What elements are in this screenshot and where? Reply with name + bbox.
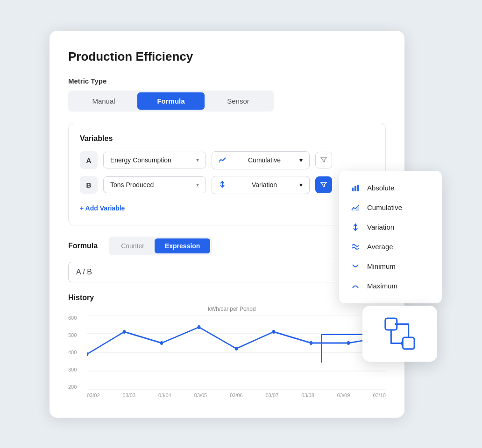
svg-point-12 bbox=[272, 330, 276, 334]
y-label-400: 400 bbox=[68, 350, 77, 355]
dropdown-item-minimum[interactable]: Minimum bbox=[339, 257, 442, 276]
formula-header: Formula Counter Expression bbox=[68, 237, 386, 255]
svg-point-9 bbox=[160, 341, 163, 345]
cumulative-icon bbox=[219, 156, 226, 165]
dropdown-label-cumulative: Cumulative bbox=[367, 203, 402, 211]
svg-rect-18 bbox=[357, 185, 359, 191]
var-source-select-b[interactable]: Tons Produced ▾ bbox=[103, 176, 206, 193]
var-metric-select-a[interactable]: Cumulative ▾ bbox=[212, 151, 310, 169]
var-metric-select-b[interactable]: Variation ▾ bbox=[212, 176, 310, 194]
dropdown-item-absolute[interactable]: Absolute bbox=[339, 178, 442, 198]
chevron-down-icon: ▾ bbox=[299, 156, 303, 164]
dropdown-item-average[interactable]: Average bbox=[339, 237, 442, 257]
dropdown-item-variation[interactable]: Variation bbox=[339, 217, 442, 237]
var-badge-a: A bbox=[80, 151, 98, 169]
x-label-0306: 03/06 bbox=[230, 392, 243, 398]
svg-point-13 bbox=[310, 341, 313, 345]
filter-btn-b[interactable] bbox=[315, 176, 332, 193]
x-label-0310: 03/10 bbox=[373, 392, 386, 398]
svg-rect-17 bbox=[354, 186, 356, 191]
dropdown-item-cumulative[interactable]: Cumulative bbox=[339, 198, 442, 217]
y-axis-labels: 600 500 400 300 200 bbox=[68, 315, 77, 390]
maximum-icon bbox=[350, 282, 361, 290]
tab-manual[interactable]: Manual bbox=[70, 92, 137, 110]
tab-sensor[interactable]: Sensor bbox=[205, 92, 272, 110]
toggle-counter[interactable]: Counter bbox=[111, 238, 155, 253]
page-title: Production Efficiency bbox=[68, 49, 386, 64]
dropdown-label-absolute: Absolute bbox=[367, 184, 394, 192]
svg-point-10 bbox=[198, 325, 201, 329]
y-label-600: 600 bbox=[68, 315, 77, 321]
average-icon bbox=[350, 243, 361, 251]
formula-section: Formula Counter Expression bbox=[68, 237, 386, 282]
add-variable-button[interactable]: + Add Variable bbox=[80, 203, 125, 214]
svg-point-8 bbox=[123, 330, 126, 334]
dropdown-label-minimum: Minimum bbox=[367, 262, 396, 270]
svg-point-11 bbox=[235, 347, 238, 350]
area-chart-icon bbox=[350, 203, 361, 212]
variables-box: Variables A Energy Consumption ▾ Cum bbox=[68, 123, 386, 225]
chevron-down-icon: ▾ bbox=[196, 157, 199, 163]
chevron-down-icon: ▾ bbox=[196, 182, 199, 188]
history-title: History bbox=[68, 294, 386, 302]
x-label-0309: 03/09 bbox=[337, 392, 350, 398]
tab-formula[interactable]: Formula bbox=[137, 92, 205, 110]
bar-chart-icon bbox=[350, 184, 361, 192]
expression-popup bbox=[362, 306, 437, 362]
dropdown-item-maximum[interactable]: Maximum bbox=[339, 276, 442, 296]
variable-row-b: B Tons Produced ▾ Variation ▾ bbox=[80, 176, 374, 194]
metric-type-tabs: Manual Formula Sensor bbox=[68, 91, 274, 112]
svg-rect-22 bbox=[403, 337, 414, 349]
svg-point-14 bbox=[347, 341, 350, 345]
formula-label: Formula bbox=[68, 242, 98, 250]
formula-toggle: Counter Expression bbox=[109, 237, 212, 255]
filter-btn-a[interactable] bbox=[315, 152, 332, 168]
x-label-0308: 03/08 bbox=[301, 392, 314, 398]
metric-type-dropdown: Absolute Cumulative Variation bbox=[339, 171, 442, 303]
history-section: History kWh/car per Period 600 500 400 3… bbox=[68, 294, 386, 399]
y-label-500: 500 bbox=[68, 332, 77, 338]
line-chart bbox=[87, 315, 386, 390]
y-label-200: 200 bbox=[68, 384, 77, 390]
formula-input[interactable] bbox=[68, 262, 386, 282]
var-badge-b: B bbox=[80, 176, 98, 194]
variable-row-a: A Energy Consumption ▾ Cumulative ▾ bbox=[80, 151, 374, 169]
variables-title: Variables bbox=[80, 134, 374, 143]
expression-icon bbox=[381, 315, 418, 352]
x-axis-labels: 03/02 03/03 03/04 03/05 03/06 03/07 03/0… bbox=[68, 392, 386, 398]
y-label-300: 300 bbox=[68, 367, 77, 372]
dropdown-label-variation: Variation bbox=[367, 223, 394, 231]
chevron-down-icon: ▾ bbox=[299, 181, 303, 189]
toggle-expression[interactable]: Expression bbox=[155, 238, 210, 253]
svg-rect-16 bbox=[352, 188, 354, 191]
variation-icon bbox=[350, 223, 361, 231]
dropdown-label-average: Average bbox=[367, 243, 393, 251]
x-label-0304: 03/04 bbox=[158, 392, 171, 398]
svg-marker-0 bbox=[219, 161, 220, 163]
metric-type-label: Metric Type bbox=[68, 77, 386, 85]
var-source-select-a[interactable]: Energy Consumption ▾ bbox=[103, 152, 206, 168]
x-label-0302: 03/02 bbox=[87, 392, 100, 398]
dropdown-label-maximum: Maximum bbox=[367, 282, 397, 290]
scene: Production Efficiency Metric Type Manual… bbox=[50, 31, 432, 418]
variation-icon bbox=[219, 181, 226, 189]
minimum-icon bbox=[350, 262, 361, 271]
x-label-0303: 03/03 bbox=[123, 392, 136, 398]
x-label-0305: 03/05 bbox=[194, 392, 207, 398]
x-label-0307: 03/07 bbox=[266, 392, 279, 398]
chart-area: kWh/car per Period 600 500 400 300 200 bbox=[68, 306, 386, 399]
